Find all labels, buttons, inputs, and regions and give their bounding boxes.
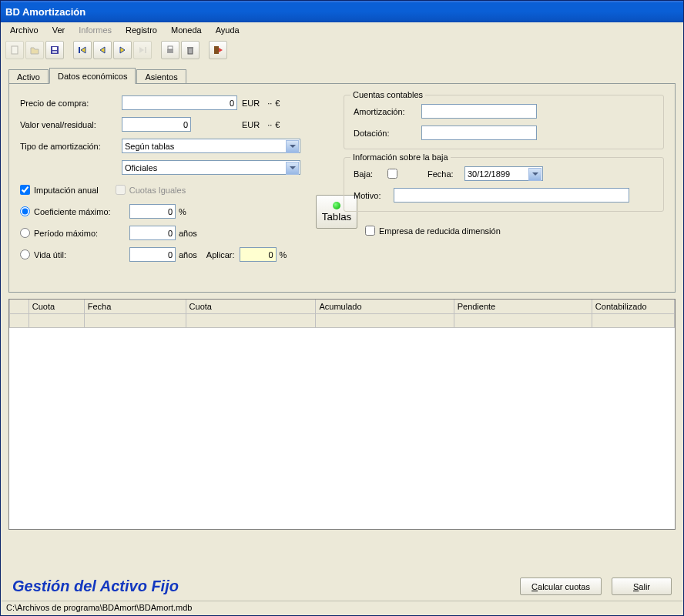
svg-rect-3 — [52, 51, 57, 53]
print-icon[interactable] — [161, 41, 179, 59]
tipo-label: Tipo de amortización: — [20, 142, 122, 151]
tablas-label: Tablas — [322, 211, 352, 223]
svg-rect-2 — [52, 47, 57, 50]
next-icon[interactable] — [113, 41, 132, 59]
sep-dots2: ·· — [267, 120, 272, 129]
menu-ver[interactable]: Ver — [46, 24, 72, 36]
tabs: Activo Datos económicos Asientos — [8, 67, 676, 83]
open-icon — [25, 41, 44, 59]
amortization-grid[interactable]: Cuota Fecha Cuota Acumulado Pendiente Co… — [8, 299, 676, 530]
menubar: Archivo Ver Informes Registro Moneda Ayu… — [1, 22, 683, 38]
svg-rect-7 — [168, 46, 173, 49]
svg-rect-8 — [188, 48, 193, 54]
baja-legend: Información sobre la baja — [350, 152, 451, 162]
valor-label: Valor venal/residual: — [20, 120, 122, 129]
vida-anos: años — [179, 250, 197, 259]
coef-input[interactable] — [129, 204, 176, 219]
tab-datos-economicos[interactable]: Datos económicos — [49, 68, 136, 84]
aplicar-pct: % — [280, 250, 287, 259]
precio-currency: EUR — [242, 99, 260, 108]
dotacion-label: Dotación: — [354, 129, 421, 138]
baja-label: Baja: — [354, 169, 387, 179]
svg-rect-5 — [145, 47, 146, 53]
menu-informes: Informes — [72, 24, 118, 36]
fecha-input[interactable] — [464, 166, 543, 181]
statusbar-path: C:\Archivos de programa\BDAmort\BDAmort.… — [6, 603, 192, 612]
svg-rect-9 — [187, 47, 193, 49]
cuentas-group: Cuentas contables Amortización: Dotación… — [344, 95, 664, 149]
menu-moneda[interactable]: Moneda — [165, 24, 208, 36]
grid-header-blank[interactable] — [10, 300, 29, 313]
periodo-radio[interactable] — [20, 228, 30, 238]
calcular-button[interactable]: CCalcular cuotasalcular cuotas — [520, 578, 602, 595]
save-icon[interactable] — [45, 41, 64, 59]
euro-symbol: € — [275, 99, 280, 108]
periodo-anos: años — [179, 229, 197, 238]
valor-input[interactable] — [122, 117, 191, 132]
valor-currency: EUR — [242, 120, 260, 129]
amortizacion-input[interactable] — [421, 104, 537, 119]
cuotas-checkbox — [116, 185, 126, 195]
svg-rect-10 — [214, 46, 219, 54]
prev-icon[interactable] — [93, 41, 112, 59]
brand-text: Gestión del Activo Fijo — [12, 578, 179, 595]
motivo-input[interactable] — [394, 188, 629, 203]
imputacion-label: Imputación anual — [34, 186, 99, 195]
cuentas-legend: Cuentas contables — [350, 90, 425, 99]
grid-header-cuota1[interactable]: Cuota — [28, 300, 84, 313]
statusbar: C:\Archivos de programa\BDAmort\BDAmort.… — [2, 601, 682, 614]
precio-input[interactable] — [122, 95, 237, 110]
coef-label: Coeficiente máximo: — [34, 207, 129, 216]
toolbar — [1, 38, 683, 62]
subtipo-select[interactable] — [122, 160, 300, 175]
tipo-select[interactable] — [122, 139, 300, 153]
coef-pct: % — [179, 207, 186, 216]
coef-radio[interactable] — [20, 206, 30, 216]
svg-rect-4 — [79, 47, 80, 53]
menu-ayuda[interactable]: Ayuda — [210, 24, 246, 36]
green-dot-icon — [333, 202, 340, 209]
cuotas-label: Cuotas Iguales — [129, 186, 186, 195]
tab-asientos[interactable]: Asientos — [136, 69, 186, 84]
grid-header-pendiente[interactable]: Pendiente — [454, 300, 592, 313]
table-row[interactable] — [10, 313, 675, 327]
grid-header-acumulado[interactable]: Acumulado — [316, 300, 454, 313]
periodo-input[interactable] — [129, 226, 176, 240]
footer: Gestión del Activo Fijo CCalcular cuotas… — [2, 573, 682, 600]
vida-input[interactable] — [129, 247, 176, 262]
imputacion-checkbox[interactable] — [20, 185, 30, 195]
periodo-label: Período máximo: — [34, 229, 129, 238]
grid-header-fecha[interactable]: Fecha — [84, 300, 186, 313]
vida-radio[interactable] — [20, 249, 30, 259]
grid-header-cuota2[interactable]: Cuota — [186, 300, 316, 313]
amortizacion-label: Amortización: — [354, 107, 421, 116]
trash-icon[interactable] — [181, 41, 200, 59]
tab-activo[interactable]: Activo — [8, 69, 49, 84]
motivo-label: Motivo: — [354, 191, 394, 200]
exit-icon[interactable] — [209, 41, 227, 59]
grid-header-contabilizado[interactable]: Contabilizado — [592, 300, 674, 313]
empresa-label: Empresa de reducida dimensión — [379, 226, 501, 236]
precio-label: Precio de compra: — [20, 99, 122, 108]
dotacion-input[interactable] — [421, 126, 537, 140]
vida-label: Vida útil: — [34, 250, 129, 259]
window-title: BD Amortización — [5, 6, 86, 18]
new-icon — [5, 41, 24, 59]
baja-checkbox[interactable] — [387, 169, 397, 179]
window-titlebar: BD Amortización — [1, 1, 683, 22]
svg-rect-6 — [167, 49, 173, 53]
aplicar-input[interactable] — [240, 247, 277, 262]
menu-archivo[interactable]: Archivo — [4, 24, 45, 36]
salir-button[interactable]: SalirSalir — [612, 578, 672, 595]
empresa-checkbox[interactable] — [365, 226, 375, 236]
baja-group: Información sobre la baja Baja: Fecha: M… — [344, 157, 664, 212]
menu-registro[interactable]: Registro — [119, 24, 163, 36]
last-icon — [133, 41, 152, 59]
euro-symbol2: € — [275, 120, 280, 129]
first-icon[interactable] — [73, 41, 92, 59]
sep-dots: ·· — [267, 99, 272, 108]
aplicar-label: Aplicar: — [206, 250, 235, 259]
fecha-label: Fecha: — [428, 169, 464, 179]
svg-rect-0 — [12, 46, 18, 54]
